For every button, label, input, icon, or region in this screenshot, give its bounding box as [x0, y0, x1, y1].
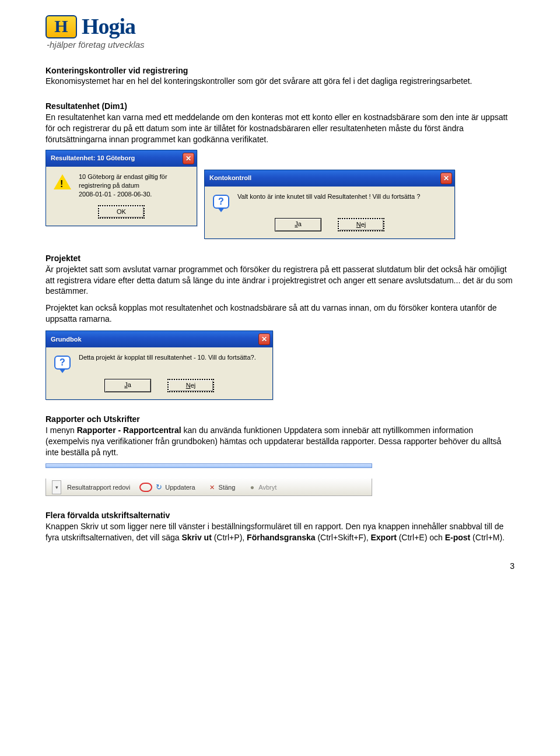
- text: I menyn: [46, 426, 77, 435]
- titlebar-resultatenhet: Resultatenhet: 10 Göteborg ✕: [46, 150, 197, 167]
- text: (Ctrl+Skift+F),: [316, 533, 371, 542]
- text-bold: Rapporter - Rapportcentral: [77, 426, 181, 435]
- section-resultatenhet: Resultatenhet (Dim1) En resultatenhet ka…: [46, 101, 514, 145]
- uppdatera-label: Uppdatera: [165, 483, 195, 492]
- title-resultatenhet: Resultatenhet: 10 Göteborg: [51, 154, 135, 163]
- toolbar-strip: ▾ Resultatrapport redovi Uppdatera Stäng…: [46, 463, 372, 496]
- para-rapporter: I menyn Rapporter - Rapportcentral kan d…: [46, 425, 514, 458]
- yes-button[interactable]: Ja: [104, 379, 151, 392]
- toolbar-top: [46, 463, 372, 468]
- heading-kontering: Konteringskontroller vid registrering: [46, 65, 514, 76]
- dlg1-msg-line3: 2008-01-01 - 2008-06-30.: [79, 190, 167, 199]
- titlebar-grundbok: Grundbok ✕: [46, 331, 272, 347]
- uppdatera-button[interactable]: Uppdatera: [136, 483, 198, 492]
- dlg3-msg: Detta projekt är kopplat till resultaten…: [79, 353, 256, 362]
- para-projektet-1: Är projektet satt som avslutat varnar pr…: [46, 264, 514, 297]
- ok-button[interactable]: OK: [98, 205, 145, 219]
- dialogs-row-1: Resultatenhet: 10 Göteborg ✕ 10 Göteborg…: [46, 150, 514, 239]
- para-kontering: Ekonomisystemet har en hel del kontering…: [46, 76, 514, 87]
- no-button[interactable]: Nej: [338, 218, 384, 231]
- logo-mark: H: [46, 15, 77, 38]
- refresh-icon: [155, 483, 163, 491]
- text: (Ctrl+M).: [470, 533, 505, 542]
- dlg1-msg-line1: 10 Göteborg är endast giltig för: [79, 173, 167, 181]
- question-icon: ?: [212, 192, 230, 211]
- globe-icon: [248, 483, 256, 491]
- titlebar-kontokontroll: Kontokontroll ✕: [205, 170, 454, 187]
- yes-button[interactable]: Ja: [275, 218, 321, 231]
- close-icon[interactable]: ✕: [258, 333, 270, 345]
- no-button[interactable]: Nej: [167, 379, 214, 392]
- stang-button[interactable]: Stäng: [205, 483, 239, 492]
- text-bold: Förhandsgranska: [247, 533, 315, 542]
- para-projektet-2: Projektet kan också kopplas mot resultat…: [46, 303, 514, 325]
- dlg1-msg-line2: registrering på datum: [79, 181, 167, 190]
- toolbar-rapport-text: Resultatrapport redovi: [67, 483, 130, 492]
- stang-label: Stäng: [219, 483, 236, 492]
- question-icon: ?: [53, 353, 72, 372]
- text-bold: Export: [370, 533, 396, 542]
- heading-projektet: Projektet: [46, 253, 514, 264]
- heading-rapporter: Rapporter och Utskrifter: [46, 414, 514, 425]
- logo-tagline: -hjälper företag utvecklas: [47, 39, 514, 51]
- title-grundbok: Grundbok: [51, 335, 82, 344]
- dialog-grundbok: Grundbok ✕ ? Detta projekt är kopplat ti…: [46, 330, 273, 400]
- title-kontokontroll: Kontokontroll: [209, 174, 251, 182]
- para-utskrift: Knappen Skriv ut som ligger nere till vä…: [46, 521, 514, 543]
- avbryt-label: Avbryt: [258, 483, 276, 492]
- dialog-resultatenhet: Resultatenhet: 10 Göteborg ✕ 10 Göteborg…: [46, 150, 197, 226]
- para-resultatenhet: En resultatenhet kan varna med ett medde…: [46, 112, 514, 145]
- text-bold: Skriv ut: [181, 533, 211, 542]
- heading-resultatenhet: Resultatenhet (Dim1): [46, 101, 514, 112]
- section-projektet: Projektet Är projektet satt som avslutat…: [46, 253, 514, 325]
- avbryt-button[interactable]: Avbryt: [244, 483, 280, 492]
- close-icon[interactable]: ✕: [183, 153, 194, 164]
- logo: H Hogia: [46, 12, 514, 41]
- close-icon: [208, 483, 216, 491]
- text: (Ctrl+P),: [212, 533, 247, 542]
- logo-brand: Hogia: [82, 12, 135, 41]
- page-number: 3: [46, 561, 514, 572]
- dropdown-toggle[interactable]: ▾: [52, 480, 61, 494]
- close-icon[interactable]: ✕: [440, 173, 452, 184]
- warning-icon: [53, 173, 72, 191]
- text-bold: E-post: [445, 533, 471, 542]
- section-rapporter: Rapporter och Utskrifter I menyn Rapport…: [46, 414, 514, 458]
- section-utskrift: Flera förvalda utskriftsalternativ Knapp…: [46, 510, 514, 543]
- text: (Ctrl+E) och: [397, 533, 445, 542]
- section-kontering: Konteringskontroller vid registrering Ek…: [46, 65, 514, 87]
- dialog-kontokontroll: Kontokontroll ✕ ? Valt konto är inte knu…: [204, 170, 455, 239]
- dlg2-msg: Valt konto är inte knutet till vald Resu…: [237, 192, 420, 201]
- highlight-circle: [139, 483, 152, 492]
- heading-utskrift: Flera förvalda utskriftsalternativ: [46, 510, 514, 521]
